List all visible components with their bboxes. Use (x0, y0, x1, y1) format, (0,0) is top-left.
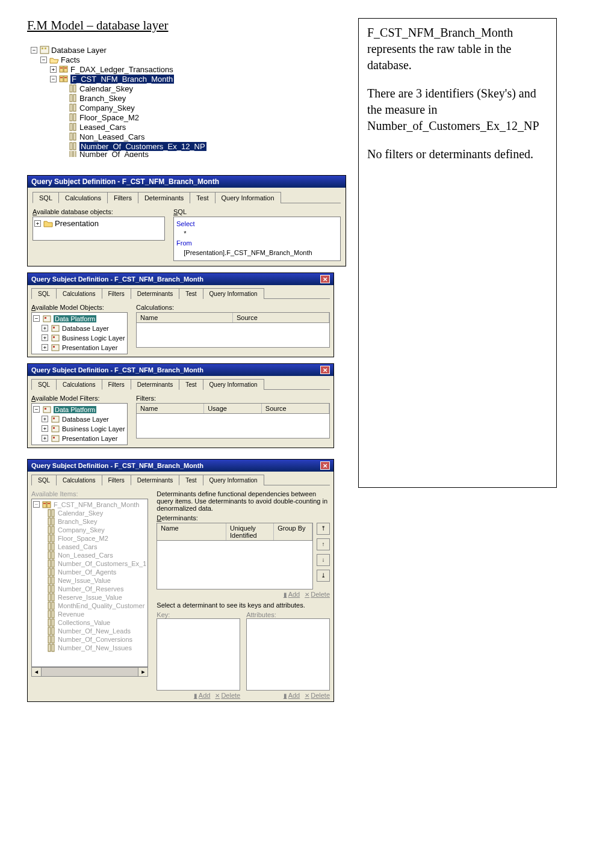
expander-icon[interactable]: + (50, 66, 57, 73)
tab-sql[interactable]: SQL (31, 288, 57, 299)
expander-icon[interactable]: − (40, 57, 47, 63)
project-icon (51, 324, 60, 333)
tab-test[interactable]: Test (179, 475, 203, 485)
tab-filters[interactable]: Filters (102, 475, 131, 485)
column-icon (46, 526, 56, 534)
tab-determinants[interactable]: Determinants (131, 379, 179, 390)
column-icon (46, 517, 56, 526)
expander-icon[interactable]: + (42, 435, 48, 442)
attributes-list[interactable] (246, 618, 330, 691)
tab-queryinfo[interactable]: Query Information (203, 379, 264, 390)
tab-test[interactable]: Test (179, 288, 203, 299)
available-items-tree: −F_CST_NFM_Branch_Month Calendar_SkeyBra… (31, 499, 148, 667)
expander-icon[interactable]: + (42, 334, 48, 341)
model-filters-tree[interactable]: −Data Platform +Database Layer +Business… (31, 403, 128, 445)
tree-node[interactable]: Business Logic Layer (62, 425, 125, 432)
tab-queryinfo[interactable]: Query Information (215, 192, 281, 203)
move-down-button[interactable]: ↓ (317, 554, 330, 566)
tab-strip: SQL Calculations Filters Determinants Te… (33, 191, 341, 203)
tree-node[interactable]: Database Layer (62, 416, 109, 423)
tab-queryinfo[interactable]: Query Information (203, 475, 264, 485)
filters-grid[interactable]: NameUsageSource (136, 403, 330, 439)
tab-calculations[interactable]: Calculations (56, 288, 102, 299)
expander-icon[interactable]: − (31, 47, 37, 54)
key-list[interactable] (157, 618, 240, 691)
calculations-grid[interactable]: NameSource (136, 312, 330, 348)
tree-leaf: Number_Of_Conversions (58, 636, 132, 643)
close-icon[interactable]: ✕ (320, 461, 330, 470)
tree-node[interactable]: F_DAX_Ledger_Transactions (70, 65, 173, 74)
tree-node-selected[interactable]: F_CST_NFM_Branch_Month (70, 75, 174, 84)
expander-icon[interactable]: + (42, 425, 48, 432)
column-icon (68, 84, 78, 93)
tab-filters[interactable]: Filters (102, 379, 131, 390)
tree-node[interactable]: Database Layer (51, 46, 107, 55)
close-icon[interactable]: ✕ (320, 366, 330, 374)
close-icon[interactable]: ✕ (320, 275, 330, 283)
tab-test[interactable]: Test (179, 379, 203, 390)
move-bottom-button[interactable]: ⤓ (317, 570, 330, 582)
tree-leaf[interactable]: Floor_Space_M2 (79, 113, 139, 122)
tab-determinants[interactable]: Determinants (131, 475, 179, 485)
tree-leaf[interactable]: Company_Skey (79, 103, 135, 112)
tree-node[interactable]: Database Layer (62, 325, 109, 332)
model-objects-tree[interactable]: −Data Platform +Database Layer +Business… (31, 312, 128, 354)
tab-calculations[interactable]: Calculations (58, 192, 108, 203)
tab-calculations[interactable]: Calculations (56, 379, 102, 390)
expander-icon[interactable]: + (34, 220, 41, 227)
tab-sql[interactable]: SQL (33, 192, 59, 203)
tab-filters[interactable]: Filters (102, 288, 131, 299)
tab-determinants[interactable]: Determinants (131, 288, 179, 299)
tree-node[interactable]: Presentation (55, 219, 99, 228)
tree-node[interactable]: Presentation Layer (62, 344, 117, 351)
sql-label: SQL (173, 208, 341, 215)
tab-sql[interactable]: SQL (31, 475, 57, 485)
project-icon (42, 315, 52, 323)
tree-leaf[interactable]: Calendar_Skey (79, 84, 133, 93)
move-top-button[interactable]: ⤒ (317, 523, 330, 535)
sql-text[interactable]: Select * From [Presentation].F_CST_NFM_B… (173, 217, 341, 261)
tree-leaf[interactable]: Leased_Cars (79, 123, 126, 132)
tab-queryinfo[interactable]: Query Information (203, 288, 264, 299)
tree-node[interactable]: Business Logic Layer (62, 334, 125, 342)
add-icon: ▮ (284, 692, 287, 699)
tab-filters[interactable]: Filters (107, 192, 138, 203)
tree-leaf: MonthEnd_Quality_Customer (58, 602, 144, 609)
tree-leaf[interactable]: Number_Of_Agents (79, 151, 149, 157)
attr-delete-link[interactable]: ✕Delete (305, 692, 330, 699)
key-delete-link[interactable]: ✕Delete (215, 692, 240, 699)
horizontal-scrollbar[interactable]: ◄► (31, 667, 148, 677)
column-icon (46, 627, 56, 635)
tree-leaf[interactable]: Non_Leased_Cars (79, 132, 144, 141)
expander-icon[interactable]: − (33, 406, 40, 413)
tab-determinants[interactable]: Determinants (138, 192, 190, 203)
tree-node[interactable]: Presentation Layer (62, 435, 117, 442)
expander-icon[interactable]: + (42, 344, 48, 351)
determinants-hint: Determinants define functional dependenc… (157, 490, 330, 512)
scroll-right-icon[interactable]: ► (138, 668, 147, 676)
tab-test[interactable]: Test (190, 192, 215, 203)
tree-leaf-selected[interactable]: Number_Of_Customers_Ex_12_NP (79, 142, 206, 151)
column-icon (46, 576, 56, 585)
expander-icon[interactable]: + (42, 416, 48, 422)
tree-leaf: New_Issue_Value (58, 577, 111, 584)
move-up-button[interactable]: ↑ (317, 538, 330, 550)
available-objects-list[interactable]: +Presentation (33, 217, 165, 241)
expander-icon[interactable]: − (50, 76, 57, 82)
tree-node-selected[interactable]: Data Platform (54, 315, 96, 322)
attr-add-link[interactable]: ▮Add (284, 692, 300, 699)
expander-icon[interactable]: − (33, 315, 40, 322)
column-icon (46, 543, 56, 551)
tab-calculations[interactable]: Calculations (56, 475, 102, 485)
key-add-link[interactable]: ▮Add (194, 692, 211, 699)
scroll-left-icon[interactable]: ◄ (32, 668, 42, 676)
tree-node[interactable]: Facts (61, 55, 80, 64)
tree-leaf[interactable]: Branch_Skey (79, 94, 126, 103)
determinants-grid[interactable]: NameUniquely IdentifiedGroup By (157, 523, 313, 589)
tree-node-selected[interactable]: Data Platform (54, 406, 96, 413)
tab-sql[interactable]: SQL (31, 379, 57, 390)
folder-open-icon (49, 55, 59, 64)
expander-icon[interactable]: + (42, 325, 48, 331)
det-add-link[interactable]: ▮Add (284, 591, 300, 598)
det-delete-link[interactable]: ✕Delete (305, 591, 330, 598)
